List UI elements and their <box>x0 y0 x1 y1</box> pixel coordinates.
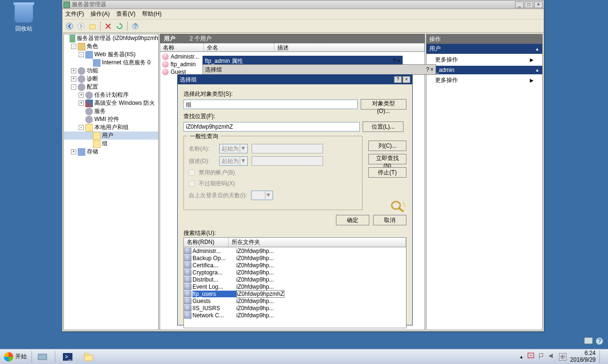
svg-rect-9 <box>84 355 93 361</box>
svg-point-12 <box>530 355 531 356</box>
actions-panel: 操作 用户▲ 更多操作▶ ftp_admin▲ 更多操作▶ <box>426 34 543 330</box>
desktop-tray-icons: ? <box>584 337 603 345</box>
more-actions-users[interactable]: 更多操作▶ <box>426 54 542 66</box>
no-expire-checkbox <box>189 181 195 187</box>
tray-action-center-icon[interactable] <box>527 353 534 361</box>
result-row[interactable]: Certifica...iZ0hfdwp9hp... <box>184 262 406 269</box>
groups-folder-icon <box>93 140 101 148</box>
dialog-close-button[interactable]: × <box>430 66 434 73</box>
columns-header[interactable]: 名称 全名 描述 <box>160 43 425 52</box>
days-combo: ▼ <box>251 191 273 200</box>
result-row[interactable]: ftp_usersiZ0hfdwp9hpzmhZ <box>184 290 406 297</box>
result-row[interactable]: Cryptogra...iZ0hfdwp9hp... <box>184 269 406 276</box>
taskbar-explorer[interactable] <box>79 351 98 363</box>
tray-language-icon[interactable]: ㊥ <box>559 353 567 361</box>
actions-section-users[interactable]: 用户▲ <box>426 44 542 54</box>
tray-volume-icon[interactable] <box>548 353 555 361</box>
result-row[interactable]: GuestsiZ0hfdwp9hp... <box>184 297 406 304</box>
dialog-help-button[interactable]: ? <box>393 58 396 64</box>
recycle-bin-label: 回收站 <box>10 25 38 33</box>
select-group-dialog-back: 选择组?× <box>203 64 436 75</box>
refresh-button[interactable] <box>114 21 125 31</box>
users-folder-icon <box>93 132 101 140</box>
start-button[interactable]: 开始 <box>2 351 32 363</box>
select-group-dialog: 选择组 ?× 选择此对象类型(S): 组 对象类型(O)... 查找位置(F):… <box>177 74 413 325</box>
keyboard-icon[interactable] <box>584 337 593 344</box>
show-desktop-button[interactable] <box>599 351 603 363</box>
dialog-close-button[interactable]: × <box>397 58 400 64</box>
dialog-titlebar[interactable]: 选择组 ?× <box>178 75 412 84</box>
menu-view[interactable]: 查看(V) <box>116 10 135 18</box>
desc-match-combo: 起始为▼ <box>219 156 248 166</box>
svg-rect-2 <box>90 25 95 29</box>
more-actions-ftpadmin[interactable]: 更多操作▶ <box>426 74 542 86</box>
result-row[interactable]: IIS_IUSRSiZ0hfdwp9hp... <box>184 304 406 312</box>
windows-orb-icon <box>4 352 13 362</box>
user-icon <box>162 61 169 68</box>
wmi-icon <box>85 116 93 123</box>
menubar: 文件(F) 操作(A) 查看(V) 帮助(H) <box>62 9 544 20</box>
help-icon[interactable]: ? <box>596 337 603 345</box>
menu-help[interactable]: 帮助(H) <box>142 10 162 18</box>
tree-item-groups[interactable]: 组 <box>64 140 158 148</box>
delete-button[interactable] <box>103 21 113 31</box>
server-icon <box>70 35 75 42</box>
taskbar-clock[interactable]: 6:24 2018/9/29 <box>570 350 596 363</box>
dialog-help-button[interactable]: ? <box>394 76 402 83</box>
columns-button[interactable]: 列(C)... <box>368 141 406 151</box>
object-type-field[interactable]: 组 <box>183 100 358 109</box>
dialog-close-button[interactable]: × <box>403 76 410 83</box>
stop-button[interactable]: 停止(T) <box>368 167 406 178</box>
dialog-help-button[interactable]: ? <box>426 66 429 73</box>
object-type-button[interactable]: 对象类型(O)... <box>361 99 406 110</box>
tree-item-users[interactable]: 用户 <box>64 131 158 140</box>
name-input <box>252 144 323 153</box>
tray-flag-icon[interactable] <box>538 353 545 361</box>
user-icon <box>162 69 169 75</box>
group-icon <box>184 305 192 312</box>
close-button[interactable]: × <box>534 1 543 8</box>
results-header[interactable]: 名称(RDN) 所在文件夹 <box>183 237 406 247</box>
result-row[interactable]: Backup Op...iZ0hfdwp9hp... <box>184 254 406 262</box>
recycle-bin[interactable]: 回收站 <box>10 4 38 33</box>
results-list[interactable]: Administr...iZ0hfdwp9hp...Backup Op...iZ… <box>183 247 406 328</box>
collapse-icon[interactable]: - <box>71 44 76 49</box>
maximize-button[interactable]: □ <box>525 1 533 8</box>
up-button[interactable] <box>87 21 98 31</box>
result-row[interactable]: Distribut...iZ0hfdwp9hp... <box>184 276 406 283</box>
back-button[interactable] <box>64 21 75 31</box>
result-row[interactable]: Network C...iZ0hfdwp9hp... <box>184 312 406 319</box>
svg-rect-6 <box>38 354 47 360</box>
storage-icon <box>78 148 85 156</box>
minimize-button[interactable]: _ <box>515 1 524 8</box>
cancel-button[interactable]: 取消 <box>373 215 406 225</box>
menu-file[interactable]: 文件(F) <box>65 10 84 18</box>
results-label: 搜索结果(U): <box>183 229 406 237</box>
forward-button[interactable] <box>76 21 86 31</box>
nav-tree[interactable]: 服务器管理器 (iZ0hfdwp9hpzmh -角色 -Web 服务器(IIS)… <box>63 34 159 330</box>
group-icon <box>184 298 192 304</box>
group-icon <box>184 269 192 276</box>
name-match-combo: 起始为▼ <box>219 144 248 153</box>
location-field[interactable]: iZ0hfdwp9hpzmhZ <box>183 122 360 131</box>
services-icon <box>85 108 93 115</box>
taskbar-powershell[interactable]: >_ <box>58 351 77 363</box>
location-button[interactable]: 位置(L)... <box>363 121 404 132</box>
menu-action[interactable]: 操作(A) <box>91 10 110 18</box>
taskbar-servermanager[interactable] <box>33 351 52 363</box>
common-query-group: 一般性查询 名称(A): 起始为▼ 描述(D): 起始为▼ <box>183 136 363 210</box>
result-row[interactable]: Administr...iZ0hfdwp9hp... <box>184 247 406 254</box>
web-icon <box>85 51 93 59</box>
ok-button[interactable]: 确定 <box>336 215 369 225</box>
actions-section-ftpadmin[interactable]: ftp_admin▲ <box>426 66 542 74</box>
recycle-bin-icon <box>14 4 33 23</box>
result-row[interactable]: Event Log...iZ0hfdwp9hp... <box>184 283 406 290</box>
config-icon <box>78 83 85 91</box>
help-button[interactable]: ? <box>130 21 141 31</box>
group-icon <box>184 262 192 269</box>
tray-overflow-icon[interactable]: ▲ <box>519 354 524 359</box>
toolbar: ? <box>62 20 544 33</box>
features-icon <box>78 67 85 75</box>
titlebar[interactable]: 服务器管理器 _ □ × <box>62 0 544 9</box>
find-now-button[interactable]: 立即查找(N) <box>368 154 406 164</box>
